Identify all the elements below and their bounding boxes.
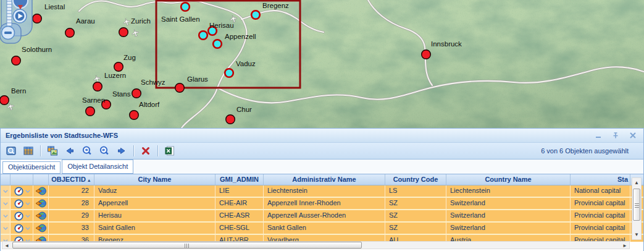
scroll-right-button[interactable]: ► bbox=[622, 242, 627, 250]
saint-gallen-dot[interactable] bbox=[181, 2, 190, 11]
bregenz-label: Bregenz bbox=[262, 2, 289, 9]
table-row-herisau[interactable]: 29HerisauCHE-ASRAppenzell Ausser-RhodenS… bbox=[1, 210, 643, 223]
close-button[interactable] bbox=[629, 131, 637, 140]
cell-city_name: Appenzell bbox=[94, 198, 215, 209]
row-actions-button[interactable] bbox=[10, 185, 33, 197]
appenzell-dot[interactable] bbox=[213, 40, 222, 48]
horizontal-scroll-thumb[interactable] bbox=[12, 242, 362, 249]
row-actions-button[interactable] bbox=[10, 198, 33, 209]
row-expand-button[interactable] bbox=[1, 185, 10, 197]
zoom-to-feature-button[interactable] bbox=[33, 210, 49, 221]
cell-gmi_admin: LIE bbox=[215, 185, 264, 197]
zoom-slider[interactable] bbox=[7, 0, 12, 26]
pan-right-button[interactable] bbox=[13, 9, 27, 23]
globe-zoom-icon bbox=[35, 211, 47, 221]
column-header-city-name[interactable]: City Name bbox=[94, 174, 215, 185]
panel-toolbar: 6 von 6 Objekten ausgewählt bbox=[1, 143, 643, 160]
column-header-country-name[interactable]: Country Name bbox=[446, 174, 571, 185]
panel-titlebar[interactable]: Ergebnisliste von Stadtsuche-WFS bbox=[1, 129, 643, 143]
schwyz-dot[interactable] bbox=[175, 83, 185, 93]
table-row-saint-gallen[interactable]: 33Saint GallenCHE-SGLSankt GallenSZSwitz… bbox=[1, 223, 643, 235]
vaduz-label: Vaduz bbox=[236, 60, 256, 67]
row-actions-button[interactable] bbox=[10, 210, 33, 221]
map-view[interactable]: LiestalAarauZurichSolothurnZugLuzernBern… bbox=[0, 0, 644, 128]
luzern-dot[interactable] bbox=[93, 82, 102, 91]
delete-icon bbox=[140, 145, 151, 156]
zoom-to-results-button[interactable] bbox=[4, 144, 19, 158]
cell-country_code: SZ bbox=[385, 223, 446, 234]
zoom-previous-button[interactable] bbox=[80, 144, 94, 158]
bern-dot[interactable] bbox=[0, 96, 9, 105]
cell-country_name: Switzerland bbox=[446, 210, 571, 221]
excel-icon bbox=[164, 145, 175, 156]
minimize-icon bbox=[594, 131, 603, 140]
cell-status: National capital bbox=[571, 185, 630, 197]
row-expand-button[interactable] bbox=[1, 198, 10, 209]
zoom-to-feature-button[interactable] bbox=[33, 198, 49, 209]
chevron-down-icon bbox=[3, 202, 8, 205]
chur-label: Chur bbox=[236, 106, 252, 113]
vaduz-dot[interactable] bbox=[225, 69, 233, 77]
row-actions-button[interactable] bbox=[10, 223, 33, 234]
column-header-objectid[interactable]: OBJECTID▲ bbox=[49, 174, 94, 185]
zoom-out-button[interactable] bbox=[2, 27, 15, 40]
point-dot[interactable] bbox=[199, 31, 207, 40]
scroll-left-button[interactable]: ◄ bbox=[4, 242, 9, 250]
zoom-next-button[interactable] bbox=[97, 144, 112, 158]
identify-flash-icon bbox=[14, 223, 24, 234]
horizontal-scrollbar[interactable]: ◄ ► bbox=[2, 241, 630, 249]
toolbar-separator bbox=[157, 145, 158, 156]
next-extent-button[interactable] bbox=[114, 144, 129, 158]
stans-dot[interactable] bbox=[132, 89, 141, 98]
vertical-scrollbar[interactable]: ▲ ▼ bbox=[632, 177, 642, 240]
tab-objekt-detailansicht[interactable]: Objekt Detailansicht bbox=[62, 160, 133, 174]
table-row-vaduz[interactable]: 22VaduzLIELiechtensteinLSLiechtensteinNa… bbox=[1, 185, 643, 198]
vertical-scroll-thumb[interactable] bbox=[633, 189, 640, 221]
tab-objekt-bersicht[interactable]: Objektübersicht bbox=[2, 161, 61, 174]
liestal-dot[interactable] bbox=[33, 14, 42, 23]
aarau-dot[interactable] bbox=[65, 28, 75, 38]
globe-zoom-icon bbox=[35, 223, 47, 233]
scroll-up-button[interactable]: ▲ bbox=[634, 179, 639, 187]
grid-body: 22VaduzLIELiechtensteinLSLiechtensteinNa… bbox=[1, 185, 643, 242]
cell-status: Provincial capital bbox=[571, 198, 630, 209]
innsbruck-dot[interactable] bbox=[422, 50, 431, 59]
cell-gmi_admin: CHE-ASR bbox=[215, 210, 264, 221]
table-and-map-view-button[interactable] bbox=[45, 144, 60, 158]
zurich-dot[interactable] bbox=[119, 28, 128, 37]
zug-dot[interactable] bbox=[114, 62, 123, 72]
row-expand-button[interactable] bbox=[1, 223, 10, 234]
altdorf-dot[interactable] bbox=[130, 111, 139, 120]
pin-icon bbox=[611, 131, 620, 140]
chevron-down-icon bbox=[25, 227, 30, 230]
zoom-to-feature-button[interactable] bbox=[33, 185, 49, 197]
chur-dot[interactable] bbox=[226, 115, 235, 124]
cell-administrativ_name: Appenzell Inner-Rhoden bbox=[264, 198, 385, 209]
zoom-to-feature-button[interactable] bbox=[33, 223, 49, 234]
column-header-administrativ-name[interactable]: Administrativ Name bbox=[264, 174, 385, 185]
remove-results-button[interactable] bbox=[138, 144, 153, 158]
scroll-down-button[interactable]: ▼ bbox=[634, 231, 639, 239]
column-header-country-code[interactable]: Country Code bbox=[385, 174, 446, 185]
bregenz-dot[interactable] bbox=[251, 11, 260, 19]
export-to-excel-button[interactable] bbox=[162, 144, 177, 158]
table-row-appenzell[interactable]: 28AppenzellCHE-AIRAppenzell Inner-Rhoden… bbox=[1, 198, 643, 210]
saint-gallen-label: Saint Gallen bbox=[161, 15, 200, 23]
sarnen-dot[interactable] bbox=[86, 107, 95, 116]
chevron-down-icon bbox=[3, 190, 8, 193]
column-header-sta[interactable]: Sta bbox=[571, 174, 630, 185]
minimize-button[interactable] bbox=[594, 131, 603, 140]
cell-gmi_admin: CHE-AIR bbox=[215, 198, 264, 209]
solothurn-dot[interactable] bbox=[12, 56, 21, 66]
sarnen-label: Sarnen bbox=[82, 96, 105, 104]
previous-extent-button[interactable] bbox=[62, 144, 77, 158]
altdorf-label: Altdorf bbox=[139, 101, 160, 108]
attribute-table-button[interactable] bbox=[21, 144, 36, 158]
pin-button[interactable] bbox=[611, 131, 620, 140]
cell-country_name: Liechtenstein bbox=[446, 185, 571, 197]
row-expand-button[interactable] bbox=[1, 210, 10, 221]
cell-city_name: Herisau bbox=[94, 210, 215, 221]
column-header-gmi-admin[interactable]: GMI_ADMIN bbox=[215, 174, 264, 185]
toolbar-separator bbox=[133, 145, 134, 156]
identify-flash-icon bbox=[14, 211, 24, 221]
